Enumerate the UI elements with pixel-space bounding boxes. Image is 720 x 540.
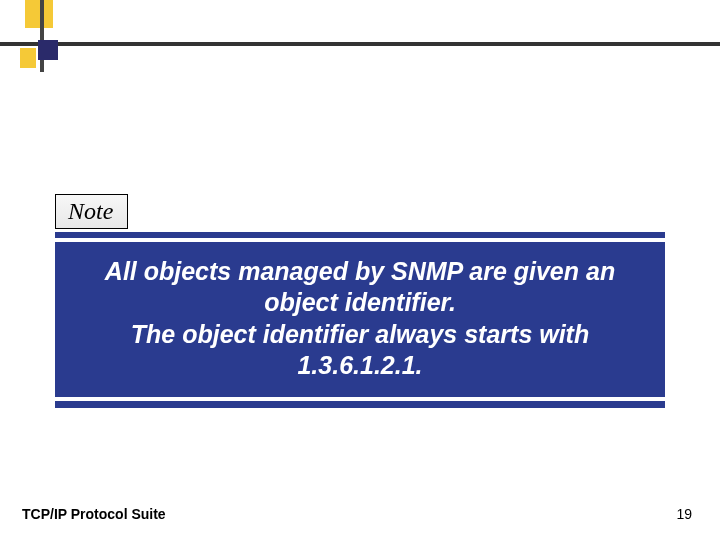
decor-vline xyxy=(42,0,44,72)
footer-title: TCP/IP Protocol Suite xyxy=(22,506,166,522)
note-divider-bottom xyxy=(55,401,665,408)
note-body-line2: The object identifier always starts with… xyxy=(65,319,655,382)
decor-square-yellow-2 xyxy=(20,48,36,68)
slide-header-decoration xyxy=(0,0,720,80)
note-body-line1: All objects managed by SNMP are given an… xyxy=(65,256,655,319)
note-divider-top xyxy=(55,232,665,238)
decor-square-navy xyxy=(38,40,58,60)
note-callout: Note All objects managed by SNMP are giv… xyxy=(55,194,665,408)
note-label-container: Note xyxy=(55,194,665,229)
note-label: Note xyxy=(55,194,128,229)
note-body: All objects managed by SNMP are given an… xyxy=(55,242,665,397)
decor-square-yellow-1 xyxy=(25,0,53,28)
decor-hline xyxy=(0,44,720,46)
page-number: 19 xyxy=(676,506,692,522)
